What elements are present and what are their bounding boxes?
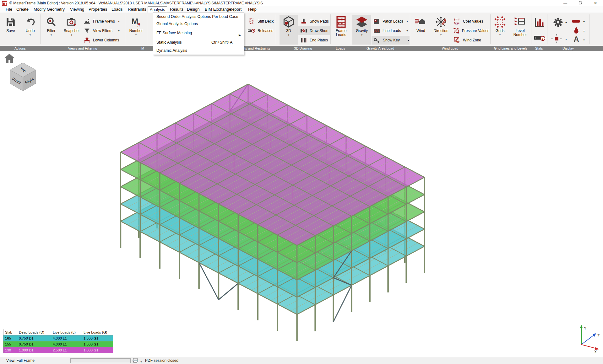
menu-analysis[interactable]: Analysis <box>148 6 167 13</box>
filter-button[interactable]: Filter ▼ <box>43 15 59 45</box>
frame-views-icon <box>83 18 91 24</box>
snapshot-button[interactable]: Snapshot ▼ <box>63 15 80 45</box>
gravity-button[interactable]: Gravity ▼ <box>352 15 371 45</box>
group-wind-load: Wind Load <box>442 46 459 51</box>
view-filters-icon <box>83 28 91 34</box>
display-line-style-dropdown-arrow[interactable]: ▼ <box>583 21 585 23</box>
view-cube[interactable]: Top Front Right <box>7 62 40 94</box>
display-settings-button[interactable] <box>552 16 564 28</box>
menu-help[interactable]: Help <box>248 6 257 12</box>
print-button[interactable] <box>133 358 138 364</box>
legend-row-130: 1301.000 D1 2.500 L11.000 G1 <box>3 347 113 353</box>
menu-modify-geometry[interactable]: Modify Geometry <box>34 6 65 12</box>
display-settings-dropdown-arrow[interactable]: ▼ <box>565 22 567 24</box>
end-plates-button[interactable]: End Plates <box>300 36 329 45</box>
menu-item-dynamic-analysis[interactable]: Dynamic Analysis <box>153 46 244 55</box>
coef-values-button[interactable]: CP Coef Values <box>453 17 489 26</box>
menu-report[interactable]: Report <box>229 6 242 12</box>
menu-item-global-analysis-options[interactable]: Global Analysis Options <box>153 20 244 28</box>
menu-item-second-order-options[interactable]: Second Order Analysis Options Per Load C… <box>153 13 244 20</box>
line-loads-dropdown-arrow[interactable]: ▼ <box>406 30 408 32</box>
menu-bim-exchange[interactable]: BIM Exchange <box>205 6 231 12</box>
stats-info-button[interactable]: i <box>533 33 546 43</box>
display-font-button[interactable]: A <box>573 35 580 43</box>
3d-view-dropdown-arrow[interactable]: ▼ <box>288 34 290 36</box>
grids-dropdown-arrow[interactable]: ▼ <box>499 34 501 36</box>
level-number-button[interactable]: Level Number <box>511 15 530 45</box>
close-button[interactable]: ✕ <box>589 0 602 6</box>
gravity-dropdown-arrow[interactable]: ▼ <box>361 34 363 36</box>
frame-views-button[interactable]: Frame Views ▼ <box>83 17 120 26</box>
grids-button[interactable]: Grids ▼ <box>492 15 508 45</box>
view-filters-dropdown-arrow[interactable]: ▼ <box>118 30 120 32</box>
display-color-button[interactable] <box>573 26 580 35</box>
filter-dropdown-arrow[interactable]: ▼ <box>50 34 52 36</box>
line-loads-button[interactable]: Line Loads ▼ <box>372 26 408 35</box>
display-font-dropdown-arrow[interactable]: ▼ <box>583 39 585 41</box>
model-viewport[interactable]: Top Front Right Y Z X Slab Dead Loads (D… <box>0 51 603 357</box>
view-filters-button[interactable]: View Filters ▼ <box>83 26 120 35</box>
show-key-button[interactable]: Show Key ▼ <box>372 36 410 45</box>
show-pads-button[interactable]: Show Pads <box>300 17 329 26</box>
snapshot-dropdown-arrow[interactable]: ▼ <box>71 34 73 36</box>
frame-loads-icon <box>335 15 347 29</box>
show-key-icon <box>373 37 381 43</box>
menu-file[interactable]: File <box>6 6 12 12</box>
window-title: © MasterFrame [Main Editor] : Version 20… <box>9 1 263 5</box>
menu-item-fe-surface-meshing[interactable]: FE Surface Meshing ▶ <box>153 29 244 37</box>
snapshot-icon <box>66 15 77 29</box>
menu-create[interactable]: Create <box>16 6 29 12</box>
menu-loads[interactable]: Loads <box>111 6 122 12</box>
number-button[interactable]: M# Number ▼ <box>128 15 144 45</box>
legend-header-live-l: Live Loads (L) <box>51 329 82 335</box>
menu-results[interactable]: Results <box>170 6 183 12</box>
gravity-icon <box>356 15 368 29</box>
lower-columns-button[interactable]: Lower Columns <box>83 36 120 45</box>
menu-viewing[interactable]: Viewing <box>70 6 84 12</box>
structure-3d-model[interactable] <box>0 51 603 357</box>
direction-dropdown-arrow[interactable]: ▼ <box>440 34 442 36</box>
wind-zone-button[interactable]: W Wind Zone <box>453 36 489 45</box>
display-node-button[interactable] <box>550 34 563 43</box>
save-button[interactable]: Save <box>3 15 19 45</box>
display-node-dropdown-arrow[interactable]: ▼ <box>565 38 567 41</box>
pressure-values-button[interactable]: Q Pressure Values <box>453 26 489 35</box>
3d-view-button[interactable]: 3D ▼ <box>280 15 298 45</box>
svg-text:W: W <box>456 41 459 44</box>
patch-loads-dropdown-arrow[interactable]: ▼ <box>406 20 408 23</box>
menu-properties[interactable]: Properties <box>89 6 107 12</box>
filter-icon <box>46 15 57 29</box>
axis-y-label: Y <box>584 326 586 331</box>
patch-loads-icon <box>372 19 381 24</box>
stats-chart-button[interactable] <box>533 16 546 29</box>
undo-dropdown-arrow[interactable]: ▼ <box>29 34 31 36</box>
print-dropdown-arrow[interactable]: ▼ <box>140 361 142 363</box>
restore-button[interactable] <box>574 0 587 6</box>
releases-button[interactable]: Releases <box>247 26 275 35</box>
display-color-dropdown-arrow[interactable]: ▼ <box>583 30 585 33</box>
svg-text:i: i <box>542 36 544 41</box>
undo-icon <box>24 15 36 29</box>
frame-loads-button[interactable]: Frame Loads <box>332 15 350 45</box>
wind-button[interactable]: Wind <box>413 15 429 45</box>
pressure-values-icon: Q <box>453 28 460 34</box>
frame-views-dropdown-arrow[interactable]: ▼ <box>118 20 120 23</box>
minimize-button[interactable]: — <box>559 0 572 6</box>
draw-short-button[interactable]: Draw Short <box>298 26 331 35</box>
stiff-deck-button[interactable]: Stiff Deck <box>247 17 275 26</box>
menu-design[interactable]: Design <box>187 6 199 12</box>
display-line-style-button[interactable] <box>572 19 580 24</box>
legend-header-slab: Slab <box>3 329 17 335</box>
show-key-dropdown-arrow[interactable]: ▼ <box>407 39 410 41</box>
direction-button[interactable]: Direction ▼ <box>432 15 450 45</box>
undo-button[interactable]: Undo ▼ <box>22 15 38 45</box>
patch-loads-button[interactable]: Patch Loads ▼ <box>372 17 408 26</box>
line-loads-icon <box>372 28 381 34</box>
menu-item-static-analysis[interactable]: Static Analysis Ctrl+Shift+A <box>153 38 244 46</box>
coef-values-icon: CP <box>453 18 461 25</box>
end-plates-icon <box>300 37 308 43</box>
level-number-icon <box>514 15 526 29</box>
axis-triad: Y Z X <box>571 319 602 356</box>
number-dropdown-arrow[interactable]: ▼ <box>135 34 137 36</box>
menu-restraints[interactable]: Restraints <box>128 6 146 12</box>
